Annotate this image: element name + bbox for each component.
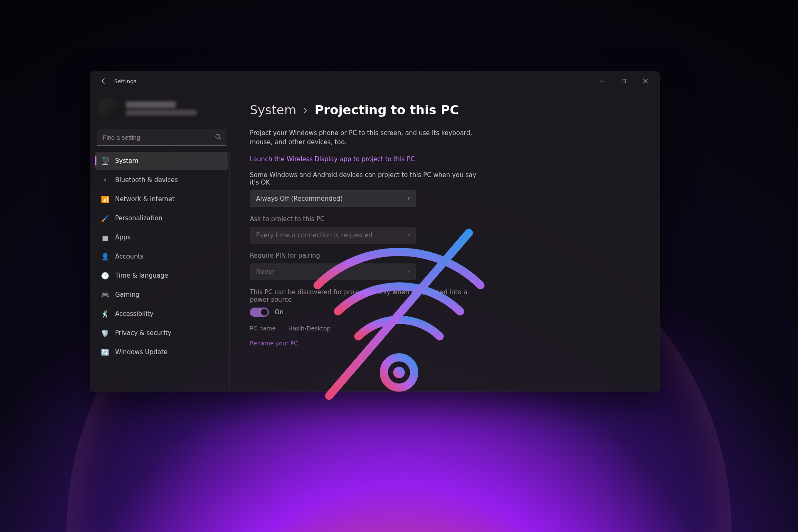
pc-name-value: Hasib-Desktop (288, 325, 330, 332)
close-button[interactable] (635, 72, 656, 90)
sidebar-item-label: Apps (115, 234, 131, 241)
search-box[interactable] (97, 129, 227, 146)
maximize-button[interactable] (613, 72, 635, 90)
svg-line-3 (219, 138, 221, 140)
shield-icon: 🛡️ (101, 329, 109, 337)
update-icon: 🔄 (101, 348, 109, 356)
chevron-down-icon: ▾ (407, 269, 410, 274)
toggle-state-label: On (275, 308, 283, 316)
back-button[interactable] (97, 74, 110, 88)
clock-icon: 🕒 (101, 271, 109, 280)
launch-wireless-display-link[interactable]: Launch the Wireless Display app to proje… (250, 155, 483, 163)
sidebar-item-gaming[interactable]: 🎮Gaming (95, 286, 228, 304)
sidebar-item-apps[interactable]: ▦Apps (95, 228, 228, 246)
minimize-button[interactable] (591, 72, 613, 90)
page-description: Project your Windows phone or PC to this… (250, 129, 483, 147)
svg-point-2 (216, 134, 220, 138)
sidebar-item-label: Network & internet (115, 195, 175, 203)
chevron-down-icon: ▾ (407, 196, 410, 201)
accessibility-icon: 🕺 (101, 310, 109, 318)
titlebar: Settings (90, 72, 660, 90)
person-icon: 👤 (101, 252, 109, 261)
sidebar-item-accessibility[interactable]: 🕺Accessibility (95, 305, 228, 323)
chevron-down-icon: ▾ (407, 232, 410, 238)
apps-icon: ▦ (101, 233, 109, 241)
settings-window: Settings (90, 71, 660, 392)
sidebar: 🖥️SystemᚼBluetooth & devices📶Network & i… (90, 90, 233, 391)
sidebar-item-label: Privacy & security (115, 329, 171, 337)
nav-list: 🖥️SystemᚼBluetooth & devices📶Network & i… (94, 152, 230, 388)
dropdown-value: Never (256, 268, 275, 276)
ask-to-project-label: Ask to project to this PC (250, 215, 483, 223)
project-permission-label: Some Windows and Android devices can pro… (250, 171, 483, 186)
ask-to-project-dropdown[interactable]: Every time a connection is requested ▾ (250, 227, 416, 244)
sidebar-item-label: Gaming (115, 291, 140, 298)
svg-rect-1 (622, 79, 626, 83)
sidebar-item-label: Time & language (115, 272, 168, 279)
sidebar-item-label: Windows Update (115, 348, 167, 356)
sidebar-item-accounts[interactable]: 👤Accounts (95, 247, 228, 266)
app-title: Settings (114, 78, 136, 84)
project-permission-dropdown[interactable]: Always Off (Recommended) ▾ (250, 190, 416, 207)
sidebar-item-label: Bluetooth & devices (115, 176, 178, 184)
dropdown-value: Always Off (Recommended) (256, 195, 343, 202)
gamepad-icon: 🎮 (101, 291, 109, 299)
require-pin-label: Require PIN for pairing (250, 252, 483, 259)
sidebar-item-label: System (115, 157, 138, 165)
sidebar-item-bluetooth[interactable]: ᚼBluetooth & devices (95, 171, 228, 189)
profile-block[interactable] (94, 94, 230, 128)
profile-name-redacted (126, 101, 176, 108)
sidebar-item-personalization[interactable]: 🖌️Personalization (95, 209, 228, 227)
sidebar-item-label: Accessibility (115, 310, 153, 318)
discover-when-plugged-label: This PC can be discovered for projection… (250, 288, 483, 303)
breadcrumb: System › Projecting to this PC (250, 103, 643, 117)
require-pin-dropdown[interactable]: Never ▾ (250, 264, 416, 280)
search-icon (215, 133, 222, 142)
avatar (99, 98, 120, 119)
sidebar-item-network[interactable]: 📶Network & internet (95, 190, 228, 208)
breadcrumb-page: Projecting to this PC (315, 103, 459, 117)
sidebar-item-label: Accounts (115, 253, 143, 260)
rename-pc-link[interactable]: Rename your PC (250, 340, 483, 347)
sidebar-item-privacy[interactable]: 🛡️Privacy & security (95, 324, 228, 342)
breadcrumb-root[interactable]: System (250, 103, 296, 117)
dropdown-value: Every time a connection is requested (256, 232, 372, 239)
sidebar-item-update[interactable]: 🔄Windows Update (95, 343, 228, 361)
bluetooth-icon: ᚼ (101, 176, 109, 184)
profile-email-redacted (126, 110, 197, 116)
wifi-icon: 📶 (101, 195, 109, 203)
sidebar-item-system[interactable]: 🖥️System (95, 152, 228, 170)
chevron-right-icon: › (303, 103, 308, 117)
main-content: System › Projecting to this PC Project y… (233, 90, 660, 391)
pc-name-label: PC name (250, 325, 276, 332)
brush-icon: 🖌️ (101, 214, 109, 222)
monitor-icon: 🖥️ (101, 157, 109, 165)
sidebar-item-label: Personalization (115, 214, 163, 222)
sidebar-item-time[interactable]: 🕒Time & language (95, 266, 228, 285)
search-input[interactable] (102, 133, 215, 141)
discover-toggle[interactable] (250, 308, 269, 317)
